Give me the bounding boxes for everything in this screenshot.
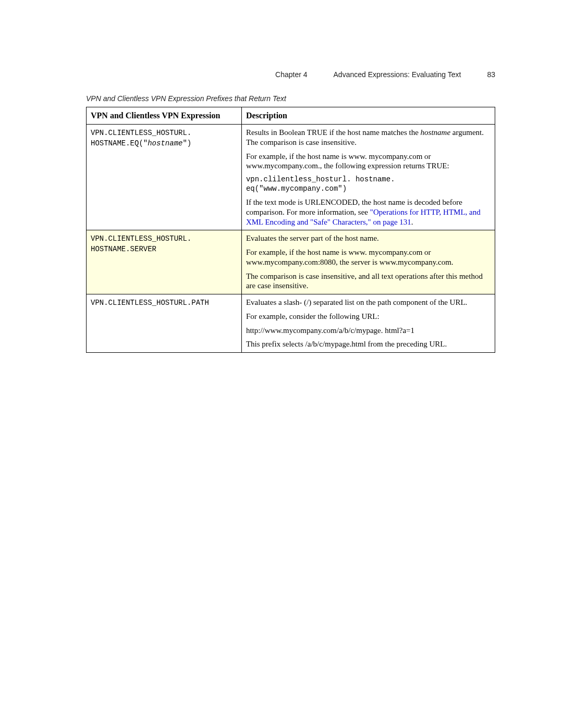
cell-description: Evaluates the server part of the host na… xyxy=(241,230,495,294)
paragraph: The comparison is case insensitive, and … xyxy=(246,272,491,291)
cell-expression: VPN.CLIENTLESS_HOSTURL. HOSTNAME.SERVER xyxy=(87,230,242,294)
cell-description: Results in Boolean TRUE if the host name… xyxy=(241,125,495,230)
argument-italic: hostname xyxy=(421,128,451,137)
paragraph: Results in Boolean TRUE if the host name… xyxy=(246,128,491,147)
table-row: VPN.CLIENTLESS_HOSTURL.PATH Evaluates a … xyxy=(87,294,495,353)
table-caption: VPN and Clientless VPN Expression Prefix… xyxy=(86,94,495,103)
table-row: VPN.CLIENTLESS_HOSTURL. HOSTNAME.SERVER … xyxy=(87,230,495,294)
chapter-label: Chapter 4 xyxy=(275,70,307,79)
cell-expression: VPN.CLIENTLESS_HOSTURL. HOSTNAME.EQ("hos… xyxy=(87,125,242,230)
paragraph: Evaluates the server part of the host na… xyxy=(246,233,491,243)
code-text: VPN.CLIENTLESS_HOSTURL. HOSTNAME.SERVER xyxy=(91,235,191,253)
paragraph: For example, consider the following URL: xyxy=(246,312,491,322)
code-text: VPN.CLIENTLESS_HOSTURL.PATH xyxy=(91,299,209,307)
code-argument: hostname xyxy=(148,139,182,147)
text: . xyxy=(411,218,413,226)
page-header: Chapter 4 Advanced Expressions: Evaluati… xyxy=(86,70,495,79)
paragraph: For example, if the host name is www. my… xyxy=(246,248,491,267)
paragraph: Evaluates a slash- (/) separated list on… xyxy=(246,298,491,307)
paragraph: If the text mode is URLENCODED, the host… xyxy=(246,198,491,227)
text: Results in Boolean TRUE if the host name… xyxy=(246,128,421,137)
table-header-row: VPN and Clientless VPN Expression Descri… xyxy=(87,107,495,125)
cell-expression: VPN.CLIENTLESS_HOSTURL.PATH xyxy=(87,294,242,353)
paragraph: This prefix selects /a/b/c/mypage.html f… xyxy=(246,339,491,349)
cell-description: Evaluates a slash- (/) separated list on… xyxy=(241,294,495,353)
page-number: 83 xyxy=(487,70,495,79)
code-text: HOSTNAME.EQ(" xyxy=(91,139,148,147)
code-text: ") xyxy=(182,139,191,147)
column-header-expression: VPN and Clientless VPN Expression xyxy=(87,107,242,125)
column-header-description: Description xyxy=(241,107,495,125)
chapter-title: Advanced Expressions: Evaluating Text xyxy=(334,70,461,79)
code-block: vpn.clilentless_hosturl. hostname. eq("w… xyxy=(246,175,491,193)
expression-table: VPN and Clientless VPN Expression Descri… xyxy=(86,107,495,353)
paragraph: For example, if the host name is www. my… xyxy=(246,152,491,171)
code-text: VPN.CLIENTLESS_HOSTURL. xyxy=(91,129,191,137)
paragraph: http://www.mycompany.com/a/b/c/mypage. h… xyxy=(246,326,491,336)
table-row: VPN.CLIENTLESS_HOSTURL. HOSTNAME.EQ("hos… xyxy=(87,125,495,230)
